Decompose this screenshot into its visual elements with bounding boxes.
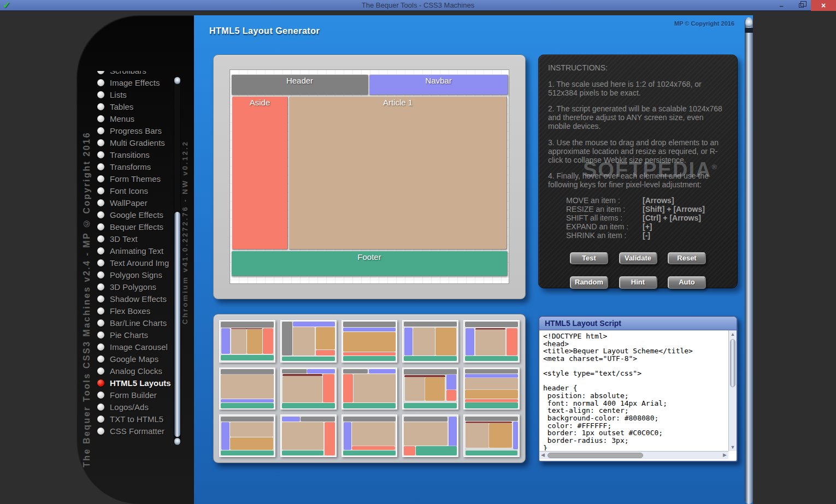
minimize-icon: – [779,2,783,10]
layout-block-aside[interactable]: Aside [232,96,288,250]
sidebar-item-form-themes[interactable]: Form Themes [95,173,172,185]
scroll-left-arrow-icon[interactable]: ◀ [541,452,545,458]
generated-code: <!DOCTYPE html> <head> <title>Bequer Lay… [543,333,727,450]
test-button[interactable]: Test [570,252,608,265]
shortcut-keys: [+] [643,222,652,231]
layout-block-article1[interactable]: Article 1 [289,96,507,250]
restore-button[interactable] [791,0,811,11]
radio-icon [97,404,104,411]
scroll-down-arrow-icon[interactable]: ▼ [729,444,737,450]
sidebar-item-animating-text[interactable]: Animating Text [95,245,172,257]
close-button[interactable]: × [811,0,836,11]
sidebar-item-bequer-effects[interactable]: Bequer Effects [95,221,172,233]
sidebar-item-flex-boxes[interactable]: Flex Boxes [95,305,172,317]
layout-preset-thumbnail-7[interactable] [280,367,337,410]
sidebar-scrollbar-top-knob[interactable] [174,77,180,84]
main-scrollbar[interactable] [745,17,753,504]
sidebar-item-logos-ads[interactable]: Logos/Ads [95,401,172,413]
sidebar-menu: ScrollbarsImage EffectsListsTablesMenusP… [95,71,172,446]
layout-preset-thumbnail-10[interactable] [463,367,520,410]
sidebar-item-google-maps[interactable]: Google Maps [95,353,172,365]
scroll-right-arrow-icon[interactable]: ▶ [723,452,727,458]
sidebar-item-wallpaper[interactable]: WallPaper [95,197,172,209]
sidebar-item-transitions[interactable]: Transitions [95,149,172,161]
layout-preset-thumbnail-11[interactable] [219,414,275,457]
sidebar-item-bar-line-charts[interactable]: Bar/Line Charts [95,317,172,329]
layout-canvas[interactable]: HeaderNavbarAsideArticle 1Footer [229,69,509,284]
sidebar-item-label: Google Maps [110,354,158,364]
sidebar-scrollbar-thumb[interactable] [174,212,180,437]
shortcut-action: EXPAND an item : [566,222,643,231]
layout-preset-thumbnail-4[interactable] [402,320,458,363]
preset-block [247,329,262,354]
sidebar-item-polygon-signs[interactable]: Polygon Signs [95,269,172,281]
sidebar-item-tables[interactable]: Tables [95,100,172,112]
radio-icon [97,175,104,182]
main-scrollbar-knob[interactable] [745,18,752,27]
layout-block-header[interactable]: Header [231,74,368,95]
sidebar-item-pie-charts[interactable]: Pie Charts [95,329,172,341]
copyright-label: MP © Copyright 2016 [674,20,734,27]
sidebar-scrollbar[interactable] [174,76,181,446]
preset-block [466,423,488,447]
preset-block [404,403,457,408]
layout-preset-thumbnail-2[interactable] [280,320,337,363]
sidebar-item-image-effects[interactable]: Image Effects [95,76,172,88]
sidebar-item-scrollbars[interactable]: Scrollbars [95,71,172,76]
layout-preset-thumbnail-5[interactable] [463,320,520,363]
layout-block-navbar[interactable]: Navbar [369,74,508,95]
layout-preset-thumbnail-13[interactable] [342,414,398,457]
scroll-up-arrow-icon[interactable]: ▲ [729,331,737,337]
sidebar-item-label: CSS Formatter [110,426,164,436]
layout-block-footer[interactable]: Footer [231,251,508,276]
code-vscroll-thumb[interactable] [730,339,735,387]
sidebar-item-txt-to-html5[interactable]: TXT to HTML5 [95,413,172,425]
radio-icon [97,223,104,230]
sidebar-item-html5-layouts[interactable]: HTML5 Layouts [95,377,172,389]
sidebar-item-font-icons[interactable]: Font Icons [95,185,172,197]
preset-block [221,355,274,360]
sidebar-item-image-carousel[interactable]: Image Carousel [95,341,172,353]
sidebar-item-3d-text[interactable]: 3D Text [95,233,172,245]
layout-preset-thumbnail-12[interactable] [280,414,337,457]
layout-preset-thumbnail-8[interactable] [342,367,398,410]
auto-button[interactable]: Auto [668,276,706,289]
preset-block [221,322,274,327]
code-horizontal-scrollbar[interactable]: ◀ ▶ [539,451,728,459]
sidebar-item-shadow-effects[interactable]: Shadow Effects [95,293,172,305]
sidebar-item-multi-gradients[interactable]: Multi Gradients [95,137,172,149]
sidebar-item-label: Google Effects [110,210,163,220]
reset-button[interactable]: Reset [668,252,706,265]
sidebar-item-css-formatter[interactable]: CSS Formatter [95,425,172,437]
minimize-button[interactable]: – [772,0,791,11]
layout-preset-thumbnail-9[interactable] [402,367,458,410]
sidebar-item-progress-bars[interactable]: Progress Bars [95,124,172,137]
sidebar-item-menus[interactable]: Menus [95,112,172,124]
sidebar-item-transforms[interactable]: Transforms [95,161,172,173]
layout-preset-thumbnail-6[interactable] [219,367,275,410]
layout-preset-thumbnail-15[interactable] [463,414,520,457]
sidebar-scrollbar-bottom-knob[interactable] [174,438,180,445]
sidebar-item-3d-polygons[interactable]: 3D Polygons [95,281,172,293]
preset-block [343,352,396,356]
sidebar-item-text-around-img[interactable]: Text Around Img [95,257,172,269]
sidebar-item-lists[interactable]: Lists [95,88,172,100]
instructions-panel: INSTRUCTIONS: 1. The scale used here is … [538,55,738,288]
layout-preset-thumbnail-14[interactable] [402,414,458,457]
layout-preset-thumbnail-1[interactable] [219,320,275,363]
layout-preset-thumbnail-3[interactable] [342,320,398,363]
preset-block [352,446,395,450]
validate-button[interactable]: Validate [619,252,657,265]
radio-icon [97,283,104,290]
hint-button[interactable]: Hint [619,276,657,289]
code-vertical-scrollbar[interactable]: ▲ ▼ [728,330,737,451]
random-button[interactable]: Random [570,276,608,289]
code-hscroll-thumb[interactable] [547,453,643,458]
sidebar-item-google-effects[interactable]: Google Effects [95,209,172,221]
sidebar-item-label: Form Builder [110,390,157,400]
sidebar-item-analog-clocks[interactable]: Analog Clocks [95,365,172,377]
sidebar-item-form-builder[interactable]: Form Builder [95,389,172,401]
button-row: TestValidateReset [548,252,728,265]
preset-block [513,422,518,450]
instructions-paragraphs: 1. The scale used here is 1:2 of 1024x76… [548,80,728,189]
